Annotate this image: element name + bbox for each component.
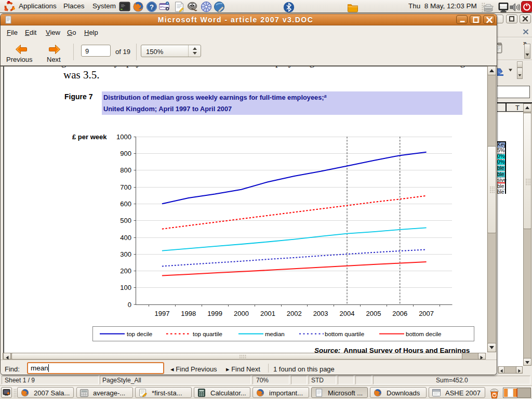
svg-text:400: 400 bbox=[120, 234, 131, 242]
svg-text:300: 300 bbox=[120, 250, 131, 258]
svg-text:1998: 1998 bbox=[181, 310, 196, 317]
svg-text:Source:Annual Survey of Hours: Source:Annual Survey of Hours and Earnin… bbox=[314, 347, 470, 353]
svg-text:£ per week: £ per week bbox=[72, 133, 107, 141]
svg-text:bottom quartile: bottom quartile bbox=[325, 331, 364, 337]
svg-text:200: 200 bbox=[120, 267, 131, 275]
svg-text:?: ? bbox=[150, 3, 154, 11]
svg-text:100: 100 bbox=[120, 284, 131, 291]
svg-text:600: 600 bbox=[120, 200, 131, 208]
svg-text:bottom decile: bottom decile bbox=[406, 331, 441, 337]
svg-text:800: 800 bbox=[120, 166, 131, 174]
svg-text:2006: 2006 bbox=[392, 310, 407, 317]
svg-text:1000: 1000 bbox=[116, 133, 131, 141]
svg-text:2004: 2004 bbox=[340, 310, 355, 317]
svg-text:2002: 2002 bbox=[287, 310, 302, 317]
svg-text:top quartile: top quartile bbox=[193, 331, 222, 337]
svg-text:2001: 2001 bbox=[260, 310, 275, 317]
svg-text:2000: 2000 bbox=[234, 310, 249, 317]
svg-text:top decile: top decile bbox=[127, 331, 152, 337]
svg-text:2003: 2003 bbox=[313, 310, 328, 317]
svg-text:0: 0 bbox=[128, 301, 131, 309]
svg-text:500: 500 bbox=[120, 217, 131, 224]
svg-text:2005: 2005 bbox=[366, 310, 381, 317]
svg-text:1999: 1999 bbox=[207, 310, 222, 317]
svg-text:900: 900 bbox=[120, 150, 131, 157]
svg-text:700: 700 bbox=[120, 183, 131, 191]
svg-text:median: median bbox=[265, 331, 285, 337]
svg-text:2007: 2007 bbox=[419, 310, 434, 317]
svg-text:1997: 1997 bbox=[154, 310, 169, 317]
